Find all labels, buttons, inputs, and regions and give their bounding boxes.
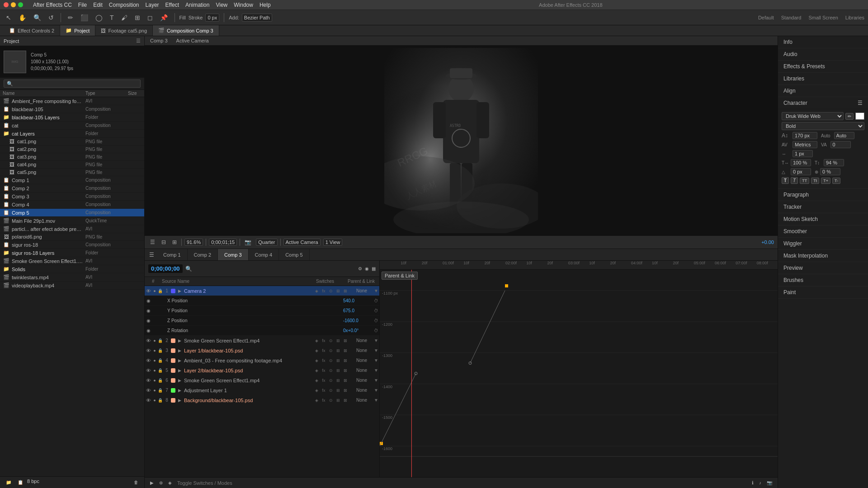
parent-value[interactable]: None xyxy=(350,348,373,353)
pen-tool[interactable]: ✏ xyxy=(66,13,75,23)
project-item[interactable]: 🎬 particl... after efect adobe premiere.… xyxy=(0,225,144,233)
rotate-tool[interactable]: ↺ xyxy=(46,13,56,23)
project-item[interactable]: 📋 Comp 2 Composition xyxy=(0,184,144,192)
zoom-level[interactable]: 91.6% xyxy=(184,239,203,246)
project-item[interactable]: 📋 Comp 1 Composition xyxy=(0,176,144,184)
layer-row[interactable]: 👁 ● 🔒 1 ▶ Camera 2 ◈ fx ⊙ ⊞ ⊠ None ▼ xyxy=(145,286,379,296)
kerning-input[interactable] xyxy=(793,141,817,148)
layer-value[interactable]: 675.0 xyxy=(341,308,373,313)
menu-effect[interactable]: Effect xyxy=(165,2,179,8)
minimize-button[interactable] xyxy=(11,2,16,7)
switch-e[interactable]: ⊠ xyxy=(342,388,349,393)
stroke-value[interactable]: 0 px xyxy=(205,14,219,22)
switch-c[interactable]: ⊙ xyxy=(328,368,334,373)
project-item[interactable]: 📋 Comp 4 Composition xyxy=(0,201,144,209)
switch-a[interactable]: ◈ xyxy=(313,378,320,383)
viewer[interactable]: ASTRO RRCG 人人素材 xyxy=(145,46,778,235)
right-info[interactable]: Info xyxy=(778,36,868,48)
viewer-prev-frame[interactable]: ⊟ xyxy=(160,238,168,246)
font-style-selector[interactable]: Bold xyxy=(782,122,864,130)
switch-b[interactable]: fx xyxy=(321,378,327,383)
parent-value[interactable]: None xyxy=(350,368,373,373)
switch-c[interactable]: ⊙ xyxy=(328,358,334,363)
layer-lock[interactable]: 🔒 xyxy=(157,388,163,393)
right-motion-sketch[interactable]: Motion Sketch xyxy=(778,213,868,225)
switch-d[interactable]: ⊞ xyxy=(335,289,341,293)
sub-btn[interactable]: T- xyxy=(832,178,840,184)
tab-project[interactable]: 📁 Project xyxy=(60,25,95,36)
switch-d[interactable]: ⊞ xyxy=(335,398,341,403)
parent-value[interactable]: None xyxy=(350,378,373,383)
character-header[interactable]: Character ☰ xyxy=(778,97,868,109)
close-button[interactable] xyxy=(4,2,9,7)
tl-motion-blur[interactable]: ◉ xyxy=(365,266,369,271)
tracking-input[interactable] xyxy=(830,141,851,148)
layer-expand[interactable]: ▶ xyxy=(177,358,182,363)
right-paint[interactable]: Paint xyxy=(778,286,868,299)
menu-layer[interactable]: Layer xyxy=(146,2,159,8)
info-btn[interactable]: ℹ xyxy=(752,480,754,485)
tl-tab-comp1[interactable]: Comp 1 xyxy=(157,249,188,260)
right-effects[interactable]: Effects & Presets xyxy=(778,61,868,73)
zoom-tool[interactable]: 🔍 xyxy=(31,13,43,23)
switch-c[interactable]: ⊙ xyxy=(328,289,334,293)
audio-btn[interactable]: ♪ xyxy=(759,480,761,485)
ram-preview-btn[interactable]: ▶ xyxy=(150,480,154,485)
layer-vis[interactable]: 👁 xyxy=(145,358,152,363)
right-brushes[interactable]: Brushes xyxy=(778,274,868,286)
layer-value[interactable]: -1600.0 xyxy=(341,318,373,323)
project-item[interactable]: 📋 cat Composition xyxy=(0,122,144,130)
project-item[interactable]: 🖼 cat3.png PNG file xyxy=(0,153,144,161)
layer-solo[interactable]: ● xyxy=(152,338,157,343)
snapshot-btn[interactable]: 📷 xyxy=(243,238,253,246)
layer-row[interactable]: 👁 ● 🔒 8 ▶ Background/blackbear-105.psd ◈… xyxy=(145,395,379,405)
timeline-menu-btn[interactable]: ☰ xyxy=(146,249,157,260)
right-mask-interpolation[interactable]: Mask Interpolation xyxy=(778,250,868,262)
layer-vis[interactable]: 👁 xyxy=(145,388,152,393)
layer-lock[interactable]: 🔒 xyxy=(157,378,163,383)
layer-solo[interactable]: ● xyxy=(152,289,157,293)
switch-c[interactable]: ⊙ xyxy=(328,348,334,353)
leading2-input[interactable] xyxy=(793,150,813,157)
switch-d[interactable]: ⊞ xyxy=(335,388,341,393)
layer-lock[interactable]: 🔒 xyxy=(157,338,163,343)
switch-d[interactable]: ⊞ xyxy=(335,358,341,363)
puppet-tool[interactable]: 📌 xyxy=(158,13,170,23)
right-align[interactable]: Align xyxy=(778,85,868,97)
menu-ae[interactable]: After Effects CC xyxy=(33,2,72,8)
layer-solo[interactable]: ● xyxy=(152,398,157,403)
workspace-default[interactable]: Default xyxy=(758,15,774,20)
baseline-input[interactable] xyxy=(791,168,811,175)
project-item[interactable]: 🎬 Ambient_Free compositing footage.mp4 A… xyxy=(0,97,144,105)
switch-c[interactable]: ⊙ xyxy=(328,338,334,343)
layer-expand[interactable]: ▶ xyxy=(177,388,182,393)
switch-b[interactable]: fx xyxy=(321,388,327,393)
toggle-label[interactable]: Toggle Switches / Modes xyxy=(177,480,232,486)
font-selector[interactable]: Druk Wide Web xyxy=(782,112,844,120)
stopwatch-icon[interactable]: ⏱ xyxy=(373,328,379,333)
project-item[interactable]: 📋 blackbear-105 Composition xyxy=(0,105,144,113)
layer-vis[interactable]: ◉ xyxy=(145,308,152,313)
tl-tab-comp3[interactable]: Comp 3 xyxy=(218,249,249,260)
right-tracker[interactable]: Tracker xyxy=(778,201,868,213)
switch-c[interactable]: ⊙ xyxy=(328,398,334,403)
character-menu-icon[interactable]: ☰ xyxy=(858,100,863,106)
markers-btn[interactable]: ◈ xyxy=(168,480,172,485)
layer-expand[interactable]: ▶ xyxy=(177,368,182,373)
select-tool[interactable]: ↖ xyxy=(4,13,14,23)
layer-expand[interactable]: ▶ xyxy=(177,338,182,343)
tab-effect-controls[interactable]: 📋 Effect Controls 2 xyxy=(4,25,60,36)
menu-file[interactable]: File xyxy=(78,2,87,8)
font-size-input[interactable] xyxy=(793,132,817,139)
project-item[interactable]: 🎬 twinklestars.mp4 AVI xyxy=(0,273,144,282)
leading-input[interactable] xyxy=(834,132,854,139)
tl-settings-btn[interactable]: ⚙ xyxy=(358,266,362,271)
layer-vis[interactable]: 👁 xyxy=(145,368,152,373)
project-menu-icon[interactable]: ☰ xyxy=(136,38,141,44)
workspace-small[interactable]: Small Screen xyxy=(808,15,838,20)
switch-e[interactable]: ⊠ xyxy=(342,289,349,293)
switch-a[interactable]: ◈ xyxy=(313,289,320,293)
layer-vis[interactable]: 👁 xyxy=(145,288,152,294)
switch-b[interactable]: fx xyxy=(321,338,327,343)
parent-value[interactable]: None xyxy=(350,398,373,403)
